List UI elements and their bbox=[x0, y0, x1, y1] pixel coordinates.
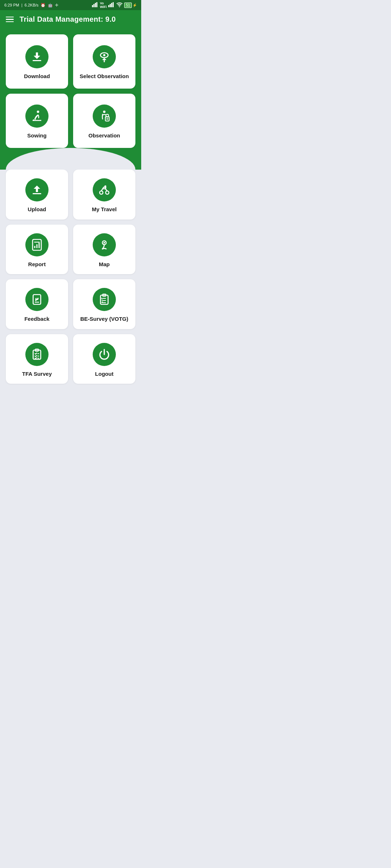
feedback-icon bbox=[30, 293, 43, 306]
feedback-card[interactable]: Feedback bbox=[6, 279, 68, 329]
observation-card[interactable]: Observation bbox=[73, 94, 135, 148]
green-section: Download Select Observation bbox=[0, 29, 141, 170]
report-icon-circle bbox=[25, 233, 49, 256]
feedback-icon-circle bbox=[25, 288, 49, 311]
svg-rect-29 bbox=[39, 243, 40, 248]
status-right: VoWiFi 51 ⚡ bbox=[92, 1, 137, 9]
wifi-icon bbox=[116, 2, 123, 8]
map-card[interactable]: Map bbox=[73, 225, 135, 275]
app-header: Trial Data Management: 9.0 bbox=[0, 10, 141, 29]
svg-rect-0 bbox=[92, 5, 93, 7]
my-travel-label: My Travel bbox=[92, 206, 117, 213]
top-cards-grid: Download Select Observation bbox=[6, 34, 135, 148]
svg-rect-5 bbox=[110, 4, 111, 7]
app-icon: ✛ bbox=[55, 3, 58, 8]
be-survey-icon bbox=[98, 293, 111, 306]
download-label: Download bbox=[24, 73, 50, 80]
observation-icon-circle bbox=[93, 105, 116, 128]
map-label: Map bbox=[99, 261, 110, 268]
select-observation-icon-circle bbox=[93, 45, 116, 68]
separator: | bbox=[21, 3, 22, 7]
main-grid-wrapper: Upload My Travel bbox=[0, 170, 141, 391]
svg-point-8 bbox=[119, 7, 120, 7]
logout-icon bbox=[98, 348, 111, 361]
download-icon bbox=[30, 50, 43, 63]
tfa-survey-icon-circle bbox=[25, 343, 49, 366]
alarm-icon: ⏰ bbox=[41, 3, 46, 8]
select-observation-label: Select Observation bbox=[80, 73, 129, 80]
svg-point-23 bbox=[100, 191, 103, 194]
svg-rect-22 bbox=[33, 193, 41, 194]
svg-point-14 bbox=[33, 119, 34, 120]
svg-rect-2 bbox=[95, 3, 96, 7]
feedback-label: Feedback bbox=[24, 315, 49, 323]
logout-card[interactable]: Logout bbox=[73, 334, 135, 384]
svg-point-32 bbox=[104, 242, 105, 243]
observation-icon bbox=[98, 110, 111, 123]
be-survey-label: BE-Survey (VOTG) bbox=[80, 315, 129, 323]
sowing-card[interactable]: Sowing bbox=[6, 94, 68, 148]
my-travel-icon-circle bbox=[93, 178, 116, 201]
report-card[interactable]: Report bbox=[6, 225, 68, 275]
my-travel-icon bbox=[98, 183, 111, 196]
tfa-survey-icon bbox=[30, 348, 43, 361]
select-observation-card[interactable]: Select Observation bbox=[73, 34, 135, 89]
select-observation-icon bbox=[98, 50, 111, 63]
time: 6:29 PM bbox=[4, 3, 19, 7]
map-icon bbox=[98, 238, 111, 251]
my-travel-card[interactable]: My Travel bbox=[73, 170, 135, 220]
status-bar: 6:29 PM | 6.2KB/s ⏰ 🤖 ✛ VoWiFi bbox=[0, 0, 141, 10]
svg-point-12 bbox=[37, 111, 39, 113]
observation-label: Observation bbox=[88, 132, 120, 139]
android-icon: 🤖 bbox=[48, 3, 53, 8]
svg-point-20 bbox=[106, 114, 109, 117]
sowing-label: Sowing bbox=[27, 132, 46, 139]
upload-icon bbox=[30, 183, 43, 196]
hamburger-menu-icon[interactable] bbox=[6, 17, 14, 22]
svg-point-16 bbox=[103, 111, 106, 113]
sowing-icon bbox=[30, 110, 43, 123]
svg-rect-9 bbox=[33, 60, 41, 61]
svg-point-24 bbox=[106, 191, 109, 194]
app-title: Trial Data Management: 9.0 bbox=[20, 15, 116, 24]
battery-icon: 51 ⚡ bbox=[124, 3, 137, 8]
svg-point-15 bbox=[35, 119, 35, 120]
signal-icon bbox=[92, 2, 98, 8]
upload-icon-circle bbox=[25, 178, 49, 201]
sowing-icon-circle bbox=[25, 105, 49, 128]
svg-rect-4 bbox=[108, 5, 109, 7]
svg-rect-27 bbox=[34, 246, 35, 248]
upload-card[interactable]: Upload bbox=[6, 170, 68, 220]
logout-icon-circle bbox=[93, 343, 116, 366]
download-card[interactable]: Download bbox=[6, 34, 68, 89]
download-icon-circle bbox=[25, 45, 49, 68]
svg-rect-7 bbox=[113, 2, 114, 7]
be-survey-icon-circle bbox=[93, 288, 116, 311]
tfa-survey-card[interactable]: TFA Survey bbox=[6, 334, 68, 384]
speed: 6.2KB/s bbox=[25, 3, 39, 7]
main-grid: Upload My Travel bbox=[6, 170, 135, 384]
report-icon bbox=[30, 238, 43, 251]
upload-label: Upload bbox=[28, 206, 46, 213]
logout-label: Logout bbox=[95, 370, 114, 378]
status-left: 6:29 PM | 6.2KB/s ⏰ 🤖 ✛ bbox=[4, 3, 58, 8]
svg-rect-1 bbox=[93, 4, 94, 7]
be-survey-card[interactable]: BE-Survey (VOTG) bbox=[73, 279, 135, 329]
tfa-survey-label: TFA Survey bbox=[22, 370, 52, 378]
svg-line-21 bbox=[105, 117, 106, 118]
signal2-icon bbox=[108, 2, 115, 8]
svg-rect-6 bbox=[111, 3, 112, 7]
svg-rect-28 bbox=[37, 244, 38, 248]
vo-wifi-label: VoWiFi bbox=[100, 1, 107, 9]
svg-point-11 bbox=[103, 54, 105, 56]
map-icon-circle bbox=[93, 233, 116, 256]
report-label: Report bbox=[28, 261, 46, 268]
svg-rect-3 bbox=[96, 2, 97, 7]
